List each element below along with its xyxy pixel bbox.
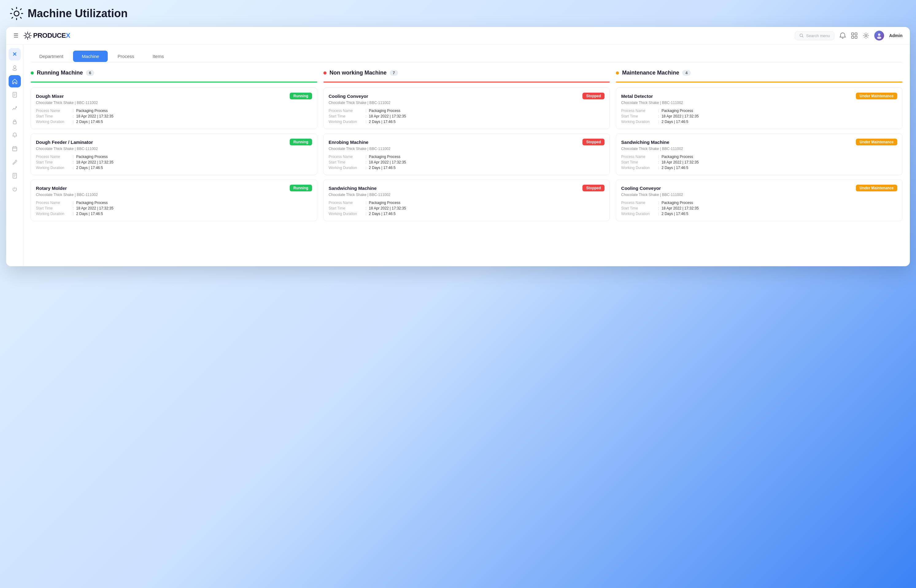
duration-value: 2 Days | 17:46:5 [662, 120, 688, 124]
sidebar-item-home[interactable] [8, 75, 21, 87]
machine-card[interactable]: Enrobing Machine Stopped Chocolate Thick… [324, 133, 610, 175]
column-divider-maintenance [616, 82, 903, 82]
duration-label: Working Duration [329, 212, 366, 216]
machine-card[interactable]: Rotary Molder Running Chocolate Thick Sh… [31, 179, 317, 221]
colon: : [73, 120, 74, 124]
machine-card[interactable]: Cooling Conveyor Under Maintenance Choco… [616, 179, 903, 221]
column-header-maintenance: Maintenance Machine 4 [616, 69, 903, 79]
start-label: Start Time [329, 206, 366, 210]
process-label: Process Name [329, 155, 366, 159]
colon: : [366, 212, 366, 216]
card-header: Metal Detector Under Maintenance [621, 93, 897, 99]
nav-left: ☰ PRODUCEX [13, 31, 70, 40]
bell-icon[interactable] [839, 32, 846, 39]
process-value: Packaging Process [76, 155, 108, 159]
avatar [874, 31, 884, 40]
column-title-maintenance: Maintenance Machine [622, 69, 679, 76]
colon: : [366, 200, 366, 205]
machine-card[interactable]: Cooling Conveyor Stopped Chocolate Thick… [324, 87, 610, 129]
start-value: 18 Apr 2022 | 17:32:35 [662, 206, 699, 210]
detail-row-start: Start Time : 18 Apr 2022 | 17:32:35 [329, 114, 605, 118]
logo: PRODUCEX [23, 31, 70, 40]
detail-row-duration: Working Duration : 2 Days | 17:46:5 [36, 120, 312, 124]
detail-row-process: Process Name : Packaging Process [36, 200, 312, 205]
svg-rect-15 [13, 147, 17, 151]
column-non-working: Non working Machine 7 Cooling Conveyor S… [324, 69, 610, 225]
svg-rect-3 [851, 33, 854, 35]
svg-rect-5 [851, 36, 854, 38]
settings-icon[interactable] [863, 32, 869, 39]
svg-rect-6 [855, 36, 857, 38]
colon: : [366, 108, 366, 113]
start-label: Start Time [36, 206, 73, 210]
machine-subtitle: Chocolate Thick Shake | BBC-111002 [36, 100, 312, 105]
detail-row-start: Start Time : 18 Apr 2022 | 17:32:35 [329, 206, 605, 210]
colon: : [366, 206, 366, 210]
machine-subtitle: Chocolate Thick Shake | BBC-111002 [36, 147, 312, 151]
duration-value: 2 Days | 17:46:5 [662, 166, 688, 170]
sidebar-item-power[interactable] [8, 183, 21, 195]
machine-card[interactable]: Metal Detector Under Maintenance Chocola… [616, 87, 903, 129]
sidebar-item-file[interactable] [8, 170, 21, 182]
process-label: Process Name [329, 200, 366, 205]
column-title-running: Running Machine [37, 69, 83, 76]
svg-point-13 [16, 107, 17, 108]
sidebar-item-lock[interactable] [8, 116, 21, 128]
detail-row-start: Start Time : 18 Apr 2022 | 17:32:35 [621, 206, 897, 210]
sidebar-item-bell[interactable] [8, 129, 21, 141]
duration-label: Working Duration [329, 120, 366, 124]
machine-card[interactable]: Sandwiching Machine Under Maintenance Ch… [616, 133, 903, 175]
duration-label: Working Duration [36, 120, 73, 124]
sidebar-item-user[interactable] [8, 61, 21, 74]
sidebar: ✕ [6, 44, 23, 266]
start-value: 18 Apr 2022 | 17:32:35 [76, 206, 113, 210]
start-value: 18 Apr 2022 | 17:32:35 [76, 160, 113, 165]
machine-name: Enrobing Machine [329, 140, 369, 145]
start-label: Start Time [329, 114, 366, 118]
colon: : [366, 160, 366, 165]
process-label: Process Name [36, 200, 73, 205]
tab-items[interactable]: Items [144, 51, 172, 62]
duration-value: 2 Days | 17:46:5 [76, 166, 103, 170]
svg-point-7 [865, 35, 867, 37]
card-header: Dough Feeder / Laminator Running [36, 139, 312, 145]
process-label: Process Name [329, 108, 366, 113]
svg-point-0 [14, 11, 19, 16]
sidebar-item-x[interactable]: ✕ [8, 48, 21, 60]
sidebar-item-document[interactable] [8, 89, 21, 101]
colon: : [366, 166, 366, 170]
machine-card[interactable]: Sandwiching Machine Stopped Chocolate Th… [324, 179, 610, 221]
machine-subtitle: Chocolate Thick Shake | BBC-111002 [621, 192, 897, 197]
search-box[interactable]: Search menu [795, 31, 834, 40]
tab-department[interactable]: Department [31, 51, 72, 62]
detail-row-process: Process Name : Packaging Process [621, 108, 897, 113]
machine-details: Process Name : Packaging Process Start T… [36, 155, 312, 170]
sidebar-item-tool[interactable] [8, 156, 21, 168]
column-divider-non-working [324, 82, 610, 82]
machine-card[interactable]: Dough Feeder / Laminator Running Chocola… [31, 133, 317, 175]
colon: : [73, 155, 74, 159]
detail-row-duration: Working Duration : 2 Days | 17:46:5 [621, 212, 897, 216]
process-value: Packaging Process [662, 155, 693, 159]
sidebar-item-calendar[interactable] [8, 143, 21, 155]
hamburger-button[interactable]: ☰ [13, 32, 18, 39]
main-content: Department Machine Process Items Running… [23, 44, 910, 266]
machine-card[interactable]: Dough Mixer Running Chocolate Thick Shak… [31, 87, 317, 129]
start-label: Start Time [36, 114, 73, 118]
tab-machine[interactable]: Machine [73, 51, 108, 62]
machine-details: Process Name : Packaging Process Start T… [621, 108, 897, 124]
card-header: Rotary Molder Running [36, 185, 312, 191]
machine-details: Process Name : Packaging Process Start T… [621, 200, 897, 216]
process-label: Process Name [621, 200, 658, 205]
svg-point-10 [13, 66, 16, 68]
sidebar-item-chart[interactable] [8, 102, 21, 115]
svg-rect-16 [13, 173, 16, 178]
start-value: 18 Apr 2022 | 17:32:35 [76, 114, 113, 118]
duration-label: Working Duration [621, 120, 658, 124]
grid-icon[interactable] [851, 32, 858, 39]
tab-process[interactable]: Process [109, 51, 143, 62]
colon: : [366, 114, 366, 118]
detail-row-process: Process Name : Packaging Process [36, 155, 312, 159]
machine-subtitle: Chocolate Thick Shake | BBC-111002 [329, 100, 605, 105]
colon: : [658, 155, 659, 159]
